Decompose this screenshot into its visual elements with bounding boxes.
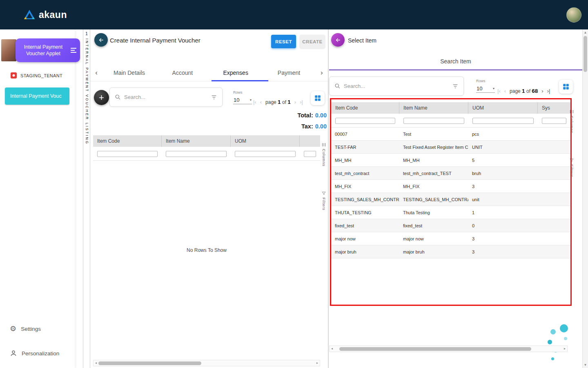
vertical-scroll-thumb[interactable] — [584, 36, 587, 72]
column-header-uom[interactable]: UOM — [468, 102, 538, 114]
filter-input-item-code[interactable] — [335, 118, 395, 124]
menu-icon[interactable] — [70, 47, 77, 53]
scroll-left-icon[interactable]: ◂ — [95, 361, 97, 365]
filters-rail-toggle[interactable]: Filters — [321, 191, 326, 210]
item-row[interactable]: 00007Testpcs — [331, 128, 570, 141]
column-header[interactable]: Item Code — [93, 135, 162, 147]
right-pagination: |‹ ‹ page 1 of 68 › ›| — [497, 88, 550, 94]
prev-page-icon[interactable]: ‹ — [260, 99, 262, 105]
tab-expenses[interactable]: Expenses — [209, 70, 262, 76]
tab-main-details[interactable]: Main Details — [102, 70, 156, 76]
column-header-sys[interactable]: Sys — [538, 102, 570, 114]
tab-payment[interactable]: Payment — [262, 70, 315, 76]
sidebar-item-personalization[interactable]: Personalization — [10, 350, 59, 357]
empty-table-message: No Rows To Show — [93, 247, 320, 253]
filter-icon[interactable] — [211, 94, 217, 101]
item-row[interactable]: TEST-FARTest Fixed Asset Register Item C… — [331, 141, 570, 154]
item-cell: major bruh — [399, 249, 468, 254]
tabs-scroll-right-icon[interactable]: › — [316, 69, 328, 77]
item-row[interactable]: THUTA_TESTINGThuta Testing1 — [331, 206, 570, 219]
tabs-scroll-left-icon[interactable]: ‹ — [90, 69, 102, 77]
scroll-down-icon[interactable]: ▼ — [583, 363, 588, 367]
column-header[interactable]: Item Name — [162, 135, 231, 147]
column-header-item-code[interactable]: Item Code — [331, 102, 399, 114]
item-cell: fixed_test — [331, 223, 399, 228]
top-navbar: akaun — [0, 0, 588, 29]
filter-input[interactable] — [542, 118, 566, 124]
caret-down-icon: ▾ — [250, 98, 252, 102]
prev-page-icon[interactable]: ‹ — [504, 88, 506, 94]
columns-rail-label: Columns — [570, 116, 574, 133]
item-cell: fixed_test — [399, 223, 468, 228]
item-row[interactable]: TESTING_SALES_MH_CONTRACTTESTING_SALES_M… — [331, 193, 570, 206]
left-horizontal-scrollbar[interactable]: ◂ ▸ — [93, 360, 320, 366]
last-page-icon[interactable]: ›| — [547, 88, 550, 94]
item-row[interactable]: fixed_testfixed_test0 — [331, 219, 570, 232]
tab-account[interactable]: Account — [156, 70, 209, 76]
right-back-button[interactable] — [331, 33, 345, 47]
listing-strip[interactable]: 1 INTERNAL PAYMENT VOUCHER LISTING — [83, 29, 90, 368]
item-cell: pcs — [468, 132, 538, 137]
scroll-up-icon[interactable]: ▲ — [583, 31, 588, 34]
left-search-input[interactable] — [124, 94, 207, 100]
filter-input-item-name[interactable] — [166, 151, 227, 157]
last-page-icon[interactable]: ›| — [300, 99, 303, 105]
vertical-scrollbar[interactable]: ▲ ▼ — [582, 29, 588, 368]
next-page-icon[interactable]: › — [541, 88, 543, 94]
filter-input-item-code[interactable] — [97, 151, 158, 157]
search-icon — [115, 94, 121, 100]
filter-icon[interactable] — [452, 83, 459, 90]
plus-icon: + — [99, 92, 104, 103]
item-row[interactable]: major nowmajor now3 — [331, 232, 570, 245]
add-row-button[interactable]: + — [94, 90, 109, 105]
tab-search-item[interactable]: Search Item — [329, 58, 582, 65]
item-cell: 1 — [468, 210, 538, 215]
filter-input-uom[interactable] — [472, 118, 534, 124]
create-button[interactable]: CREATE — [300, 35, 325, 48]
item-row[interactable]: major bruhmajor bruh3 — [331, 245, 570, 258]
right-search-input[interactable] — [344, 83, 449, 89]
column-header-item-name[interactable]: Item Name — [399, 102, 468, 114]
filters-rail-toggle[interactable]: Filters — [569, 158, 574, 177]
right-grid-view-button[interactable] — [559, 80, 573, 94]
item-row[interactable]: MH_FIXMH_FIX3 — [331, 180, 570, 193]
item-cell: 3 — [468, 236, 538, 241]
applet-chip[interactable]: Internal Payment Voucher Applet — [16, 38, 80, 62]
item-cell: MH_FIX — [331, 184, 399, 189]
tenant-row[interactable]: STAGING_TENANT — [11, 72, 62, 79]
rows-per-page-select[interactable]: 10 ▾ — [233, 96, 252, 104]
columns-rail-toggle[interactable]: Columns — [569, 109, 574, 133]
page-indicator: page 1 of 68 — [510, 88, 538, 94]
reset-button[interactable]: RESET — [271, 35, 296, 48]
columns-rail-toggle[interactable]: Columns — [321, 142, 326, 166]
search-icon — [334, 83, 341, 89]
item-cell: 3 — [468, 184, 538, 189]
filter-input-uom[interactable] — [235, 151, 296, 157]
applet-thumbnail — [1, 39, 16, 61]
sidebar-item-settings[interactable]: ⚙ Settings — [10, 324, 41, 333]
tax-value: 0.00 — [315, 123, 327, 130]
item-row[interactable]: MH_MHMH_MH5 — [331, 154, 570, 167]
first-page-icon[interactable]: |‹ — [253, 99, 256, 105]
left-scroll-thumb[interactable] — [98, 361, 201, 365]
right-scroll-thumb[interactable] — [339, 347, 531, 351]
scroll-right-icon[interactable]: ▸ — [316, 361, 318, 365]
filter-input[interactable] — [304, 151, 316, 157]
item-row[interactable]: test_mh_contracttest_mh_contract_TESTbru… — [331, 167, 570, 180]
left-grid-view-button[interactable] — [311, 91, 325, 105]
user-avatar[interactable] — [566, 7, 581, 22]
rows-per-page-select[interactable]: 10 ▾ — [476, 84, 495, 93]
first-page-icon[interactable]: |‹ — [497, 88, 501, 94]
next-page-icon[interactable]: › — [294, 99, 296, 105]
column-header[interactable]: UOM — [231, 135, 300, 147]
scroll-right-icon[interactable]: ▸ — [564, 347, 566, 350]
sidebar-module-button[interactable]: Internal Payment Vouc — [5, 88, 69, 105]
tab-bar: ‹ Main Details Account Expenses Payment … — [90, 65, 328, 81]
column-header[interactable] — [300, 135, 320, 147]
scroll-left-icon[interactable]: ◂ — [331, 347, 333, 350]
brand[interactable]: akaun — [24, 9, 67, 20]
filter-input-item-name[interactable] — [403, 118, 464, 124]
columns-rail-label: Columns — [322, 149, 326, 166]
left-back-button[interactable] — [94, 33, 108, 47]
right-horizontal-scrollbar[interactable]: ◂ ▸ — [329, 346, 568, 352]
